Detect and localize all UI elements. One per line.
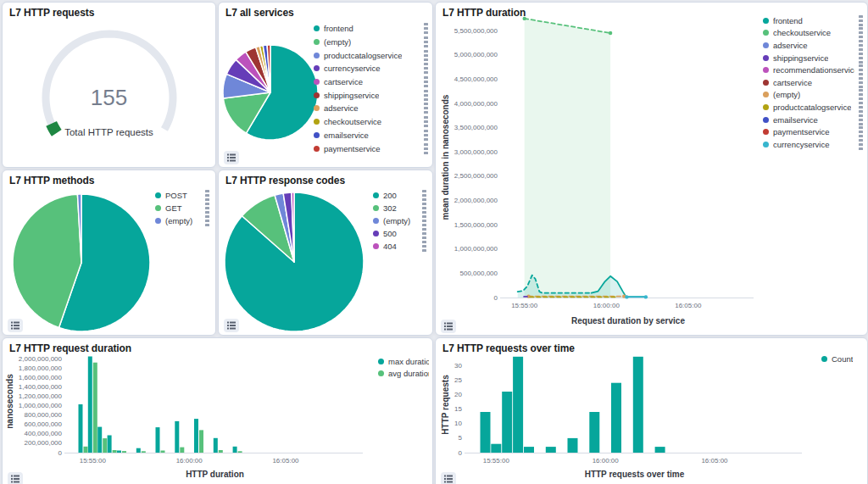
bar-Count[interactable] <box>589 412 599 453</box>
bar-avg duration[interactable] <box>122 451 126 453</box>
bar-Count[interactable] <box>611 383 621 453</box>
legend-item[interactable]: 302 <box>373 202 426 214</box>
legend-item[interactable]: shippingservice <box>314 88 428 102</box>
legend-item[interactable]: (empty) <box>373 214 426 227</box>
legend-label[interactable]: adservice <box>773 41 808 50</box>
legend-actions-icon[interactable] <box>424 103 428 114</box>
legend-actions-icon[interactable] <box>424 63 428 74</box>
bar-max duration[interactable] <box>117 451 121 453</box>
bar-Count[interactable] <box>546 447 556 453</box>
legend-item[interactable]: (empty) <box>314 36 428 49</box>
legend-actions-icon[interactable] <box>859 89 863 100</box>
legend-item[interactable]: emailservice <box>314 129 428 142</box>
bar-Count[interactable] <box>481 412 491 453</box>
bar-max duration[interactable] <box>214 438 218 453</box>
panel-title[interactable]: L7 HTTP requests over time <box>442 342 575 354</box>
bar-Count[interactable] <box>524 447 534 453</box>
legend-actions-icon[interactable] <box>424 76 428 87</box>
bar-avg duration[interactable] <box>238 451 242 453</box>
legend-label[interactable]: shippingservice <box>324 91 379 100</box>
legend-actions-icon[interactable] <box>859 77 863 88</box>
legend-item[interactable]: checkoutservice <box>763 27 863 40</box>
legend-item[interactable]: POST <box>155 189 209 202</box>
bar-avg duration[interactable] <box>161 451 165 453</box>
legend-label[interactable]: 200 <box>383 191 397 200</box>
legend-item[interactable]: 200 <box>373 189 426 202</box>
legend-actions-icon[interactable] <box>859 15 863 26</box>
legend-actions-icon[interactable] <box>424 36 428 47</box>
legend-item[interactable]: paymentservice <box>314 142 428 155</box>
bar-avg duration[interactable] <box>84 447 88 453</box>
legend-label[interactable]: (empty) <box>773 90 800 99</box>
legend-label[interactable]: avg duration <box>388 369 429 378</box>
legend-actions-icon[interactable] <box>205 190 209 201</box>
legend-actions-icon[interactable] <box>422 203 426 214</box>
legend-item[interactable]: cartservice <box>314 75 428 89</box>
bar-max duration[interactable] <box>175 421 179 453</box>
legend-toggle-button[interactable] <box>8 319 23 332</box>
bar-max duration[interactable] <box>233 447 237 453</box>
legend-label[interactable]: POST <box>165 191 187 200</box>
bar-Count[interactable] <box>568 438 578 453</box>
legend-item[interactable]: avg duration <box>378 368 429 381</box>
legend-label[interactable]: 404 <box>383 242 397 251</box>
legend-label[interactable]: checkoutservice <box>324 117 381 126</box>
legend-item[interactable]: paymentservice <box>763 125 863 138</box>
bar-Count[interactable] <box>502 392 512 453</box>
legend-label[interactable]: 500 <box>383 229 397 238</box>
panel-title[interactable]: L7 HTTP request duration <box>9 342 131 354</box>
legend-item[interactable]: recommendationservice <box>763 64 863 76</box>
legend-item[interactable]: frontend <box>763 14 863 27</box>
legend-actions-icon[interactable] <box>424 90 428 101</box>
legend-item[interactable]: (empty) <box>155 214 209 227</box>
legend-label[interactable]: currencyservice <box>324 64 381 73</box>
legend-actions-icon[interactable] <box>859 64 863 75</box>
legend-item[interactable]: currencyservice <box>314 62 428 75</box>
panel-title[interactable]: L7 all services <box>225 7 294 19</box>
legend-actions-icon[interactable] <box>205 215 209 226</box>
legend-actions-icon[interactable] <box>424 50 428 61</box>
bar-max duration[interactable] <box>108 436 112 453</box>
legend-label[interactable]: GET <box>165 203 182 213</box>
panel-title[interactable]: L7 HTTP methods <box>9 175 94 186</box>
legend-label[interactable]: cartservice <box>773 78 812 87</box>
bar-avg duration[interactable] <box>199 430 203 453</box>
legend-actions-icon[interactable] <box>859 102 863 113</box>
legend-label[interactable]: recommendationservice <box>773 65 854 75</box>
bar-max duration[interactable] <box>156 427 160 453</box>
legend-item[interactable]: checkoutservice <box>314 115 428 129</box>
bar-max duration[interactable] <box>136 448 141 453</box>
legend-toggle-button[interactable] <box>441 320 456 333</box>
bar-chart[interactable]: 0200,000,000400,000,000600,000,000800,00… <box>3 338 432 484</box>
legend-item[interactable]: Count <box>821 353 864 365</box>
bar-max duration[interactable] <box>88 357 92 453</box>
panel-title[interactable]: L7 HTTP requests <box>9 7 94 19</box>
legend-actions-icon[interactable] <box>424 23 428 34</box>
legend-toggle-button[interactable] <box>8 472 23 484</box>
bar-max duration[interactable] <box>97 427 102 453</box>
legend-actions-icon[interactable] <box>424 116 428 127</box>
legend-toggle-button[interactable] <box>224 151 239 164</box>
legend-label[interactable]: 302 <box>383 203 397 213</box>
legend-label[interactable]: productcatalogservice <box>324 51 402 60</box>
bar-max duration[interactable] <box>79 404 83 453</box>
bar-avg duration[interactable] <box>93 363 97 453</box>
legend-actions-icon[interactable] <box>859 126 863 137</box>
legend-item[interactable]: 404 <box>373 240 426 253</box>
legend-actions-icon[interactable] <box>859 114 863 125</box>
legend-item[interactable]: (empty) <box>763 89 863 102</box>
legend-actions-icon[interactable] <box>859 27 863 38</box>
legend-label[interactable]: cartservice <box>324 77 363 86</box>
legend-label[interactable]: checkoutservice <box>773 28 831 37</box>
legend-actions-icon[interactable] <box>859 139 863 150</box>
legend-item[interactable]: currencyservice <box>763 138 863 151</box>
legend-item[interactable]: 500 <box>373 227 426 240</box>
legend-item[interactable]: adservice <box>763 39 863 52</box>
legend-item[interactable]: frontend <box>314 22 428 36</box>
legend-item[interactable]: max duration <box>378 355 429 368</box>
legend-actions-icon[interactable] <box>424 143 428 154</box>
legend-label[interactable]: emailservice <box>773 115 818 125</box>
legend-actions-icon[interactable] <box>205 203 209 214</box>
panel-title[interactable]: L7 HTTP duration <box>442 7 526 19</box>
bar-avg duration[interactable] <box>142 451 146 453</box>
